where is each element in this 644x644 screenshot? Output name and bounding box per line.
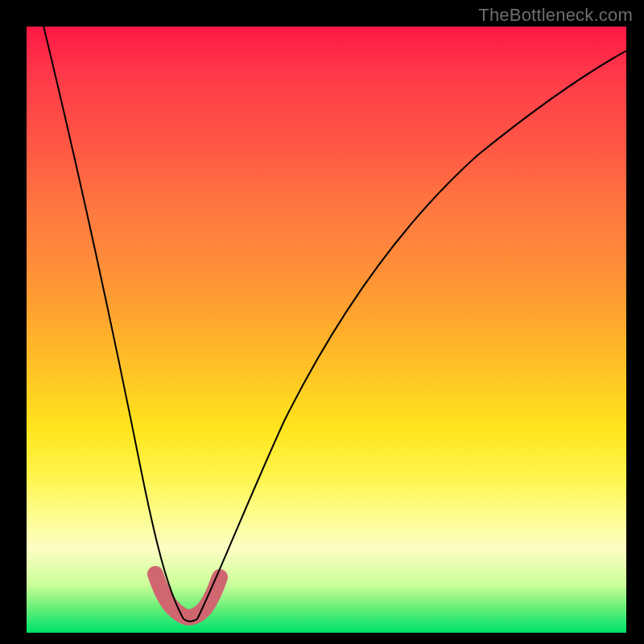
bottleneck-curve [27, 27, 626, 633]
chart-frame: TheBottleneck.com [0, 0, 644, 644]
plot-area [27, 27, 626, 633]
watermark-text: TheBottleneck.com [478, 5, 633, 26]
curve-line [43, 27, 626, 621]
curve-minimum-highlight [155, 574, 220, 617]
